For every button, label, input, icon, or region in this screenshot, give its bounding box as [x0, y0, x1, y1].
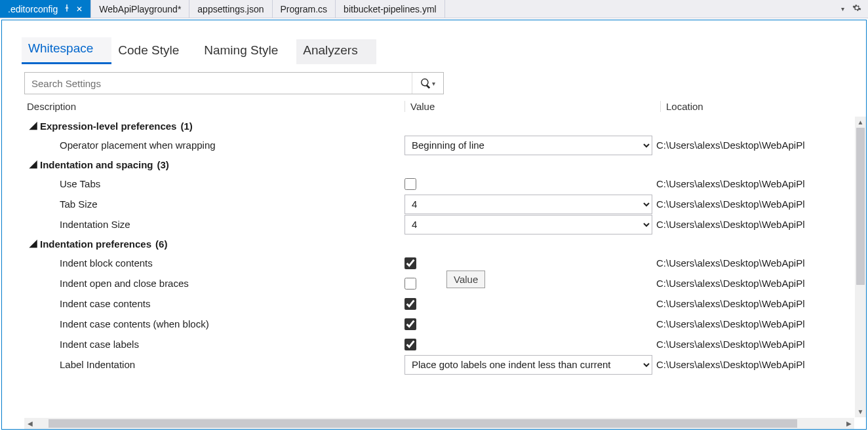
row-indent-case-whenblock: Indent case contents (when block) C:\Use…	[2, 314, 854, 334]
doc-tab-label: Program.cs	[281, 4, 328, 14]
setting-location: C:\Users\alexs\Desktop\WebApiPl	[656, 140, 854, 151]
doc-tab-label: WebApiPlayground*	[99, 4, 181, 14]
setting-location: C:\Users\alexs\Desktop\WebApiPl	[656, 219, 854, 230]
setting-label: Operator placement when wrapping	[60, 140, 404, 151]
setting-location: C:\Users\alexs\Desktop\WebApiPl	[656, 278, 854, 289]
setting-location: C:\Users\alexs\Desktop\WebApiPl	[656, 339, 854, 350]
group-expression-level[interactable]: ◢ Expression-level preferences (1)	[2, 117, 854, 135]
group-indentation-preferences[interactable]: ◢ Indentation preferences (6)	[2, 234, 854, 253]
doc-tab-appsettings[interactable]: appsettings.json	[189, 0, 272, 18]
search-box: ▾	[24, 72, 444, 94]
tabstrip-actions: ▾	[841, 0, 868, 18]
group-title: Indentation and spacing	[40, 159, 153, 170]
use-tabs-checkbox[interactable]	[404, 178, 416, 190]
search-input[interactable]	[25, 73, 412, 94]
label-indentation-combo[interactable]: Place goto labels one indent less than c…	[404, 355, 652, 375]
tabs-overflow-icon[interactable]: ▾	[841, 5, 844, 12]
row-indentation-size: Indentation Size 4 C:\Users\alexs\Deskto…	[2, 214, 854, 234]
scroll-thumb[interactable]	[49, 419, 797, 428]
indent-block-contents-checkbox[interactable]	[404, 257, 416, 269]
group-count: (3)	[157, 159, 169, 170]
group-title: Expression-level preferences	[40, 121, 176, 132]
setting-location: C:\Users\alexs\Desktop\WebApiPl	[656, 298, 854, 309]
indentation-size-combo[interactable]: 4	[404, 215, 652, 234]
tab-size-combo[interactable]: 4	[404, 195, 652, 214]
search-button[interactable]: ▾	[412, 73, 443, 94]
group-count: (1)	[180, 121, 192, 132]
row-indent-braces: Indent open and close braces C:\Users\al…	[2, 273, 854, 293]
column-headers: Description Value Location	[2, 97, 866, 117]
group-indentation-spacing[interactable]: ◢ Indentation and spacing (3)	[2, 155, 854, 174]
setting-label: Indent case contents (when block)	[60, 318, 404, 329]
doc-tab-webapiplayground[interactable]: WebApiPlayground*	[91, 0, 189, 18]
collapse-icon: ◢	[30, 237, 36, 249]
row-indent-case-labels: Indent case labels C:\Users\alexs\Deskto…	[2, 334, 854, 354]
setting-location: C:\Users\alexs\Desktop\WebApiPl	[656, 257, 854, 269]
search-icon	[420, 78, 431, 88]
settings-frame: Whitespace Code Style Naming Style Analy…	[1, 20, 867, 430]
setting-label: Tab Size	[60, 198, 404, 210]
indent-case-labels-checkbox[interactable]	[404, 339, 416, 350]
value-tooltip: Value	[446, 271, 485, 288]
editorconfig-settings-window: .editorconfig ✕ WebApiPlayground* appset…	[0, 0, 868, 431]
setting-label: Indent case contents	[60, 298, 404, 309]
operator-placement-combo[interactable]: Beginning of line	[404, 136, 652, 155]
row-use-tabs: Use Tabs C:\Users\alexs\Desktop\WebApiPl	[2, 174, 854, 194]
setting-location: C:\Users\alexs\Desktop\WebApiPl	[656, 178, 854, 189]
collapse-icon: ◢	[30, 158, 36, 170]
chevron-down-icon: ▾	[432, 80, 435, 87]
doc-tab-label: .editorconfig	[8, 4, 58, 14]
setting-label: Use Tabs	[60, 178, 404, 189]
search-wrap: ▾	[2, 64, 866, 97]
row-indent-block-contents: Indent block contents C:\Users\alexs\Des…	[2, 253, 854, 273]
tab-whitespace[interactable]: Whitespace	[22, 37, 111, 64]
row-indent-case-contents: Indent case contents C:\Users\alexs\Desk…	[2, 293, 854, 314]
setting-location: C:\Users\alexs\Desktop\WebApiPl	[656, 198, 854, 210]
setting-label: Label Indentation	[60, 359, 404, 370]
indent-case-whenblock-checkbox[interactable]	[404, 318, 416, 330]
setting-location: C:\Users\alexs\Desktop\WebApiPl	[656, 318, 854, 329]
pin-icon[interactable]	[63, 4, 71, 14]
vertical-scrollbar[interactable]: ▲ ▼	[855, 117, 866, 417]
tab-naming-style[interactable]: Naming Style	[197, 39, 296, 64]
scroll-thumb[interactable]	[856, 128, 865, 285]
settings-grid: ◢ Expression-level preferences (1) Opera…	[2, 117, 854, 417]
doc-tab-program[interactable]: Program.cs	[273, 0, 336, 18]
row-label-indentation: Label Indentation Place goto labels one …	[2, 354, 854, 375]
indent-braces-checkbox[interactable]	[404, 278, 416, 290]
group-title: Indentation preferences	[40, 238, 151, 250]
tab-code-style[interactable]: Code Style	[111, 39, 197, 64]
scroll-up-icon[interactable]: ▲	[855, 117, 866, 128]
tabstrip-spacer	[445, 0, 841, 18]
col-header-value[interactable]: Value	[404, 101, 660, 112]
close-icon[interactable]: ✕	[76, 5, 83, 14]
settings-tab-strip: Whitespace Code Style Naming Style Analy…	[2, 20, 866, 64]
setting-label: Indent case labels	[60, 339, 404, 350]
doc-tab-label: bitbucket-pipelines.yml	[344, 4, 437, 14]
setting-label: Indentation Size	[60, 219, 404, 230]
indent-case-contents-checkbox[interactable]	[404, 298, 416, 310]
setting-location: C:\Users\alexs\Desktop\WebApiPl	[656, 359, 854, 370]
scroll-left-icon[interactable]: ◀	[24, 420, 35, 427]
col-header-location[interactable]: Location	[660, 101, 853, 112]
setting-label: Indent block contents	[60, 257, 404, 269]
gear-icon[interactable]	[852, 3, 861, 14]
setting-label: Indent open and close braces	[60, 278, 404, 289]
scroll-right-icon[interactable]: ▶	[843, 420, 854, 427]
horizontal-scrollbar[interactable]: ◀ ▶	[24, 418, 854, 429]
group-count: (6)	[155, 238, 167, 250]
scroll-track[interactable]	[35, 418, 843, 429]
row-tab-size: Tab Size 4 C:\Users\alexs\Desktop\WebApi…	[2, 194, 854, 214]
collapse-icon: ◢	[30, 119, 36, 131]
document-tab-strip: .editorconfig ✕ WebApiPlayground* appset…	[0, 0, 868, 18]
doc-tab-editorconfig[interactable]: .editorconfig ✕	[0, 0, 91, 18]
scroll-down-icon[interactable]: ▼	[855, 406, 866, 417]
settings-grid-wrap: ◢ Expression-level preferences (1) Opera…	[2, 117, 866, 429]
col-header-description[interactable]: Description	[24, 101, 404, 112]
row-operator-placement: Operator placement when wrapping Beginni…	[2, 135, 854, 155]
doc-tab-pipelines[interactable]: bitbucket-pipelines.yml	[336, 0, 445, 18]
tab-analyzers[interactable]: Analyzers	[296, 39, 376, 64]
doc-tab-label: appsettings.json	[197, 4, 264, 14]
